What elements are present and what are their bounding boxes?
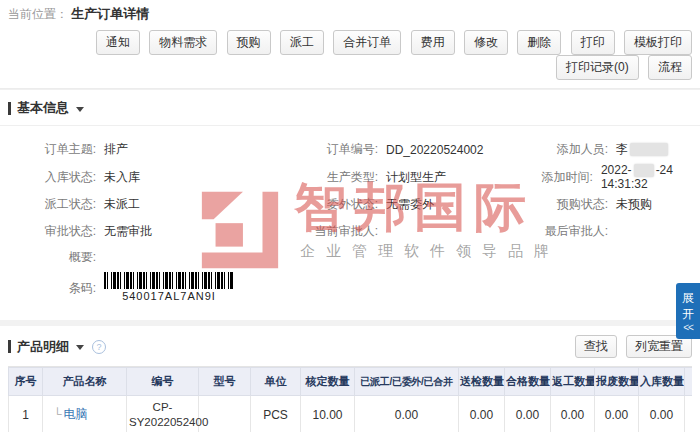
field-label: 派工状态: <box>24 196 96 213</box>
collapse-arrow-icon[interactable] <box>76 345 84 350</box>
collapse-arrow-icon[interactable] <box>76 107 84 112</box>
col-approved-qty: 核定数量 <box>301 368 355 396</box>
cell-filler <box>685 396 693 432</box>
material-demand-button[interactable]: 物料需求 <box>149 30 217 55</box>
field-label: 生产类型: <box>286 169 378 186</box>
expand-panel-tab[interactable]: 展开 << <box>676 283 700 339</box>
basic-info-title: 基本信息 <box>17 99 69 117</box>
page-title: 生产订单详情 <box>71 6 149 21</box>
col-product-name: 产品名称 <box>43 368 127 396</box>
notify-button[interactable]: 通知 <box>96 30 140 55</box>
field-label: 订单编号: <box>286 141 378 158</box>
production-type-value: 计划型生产 <box>386 169 446 186</box>
redacted-text <box>634 164 654 177</box>
col-inspect-qty: 送检数量 <box>459 368 505 396</box>
cell-scrap-qty: 0.00 <box>595 396 639 432</box>
cell-dispatched: 0.00 <box>355 396 459 432</box>
prepurchase-status-value: 未预购 <box>616 196 652 213</box>
redacted-text <box>630 143 668 156</box>
cell-instock-qty: 0.00 <box>639 396 685 432</box>
cell-inspect-qty: 0.00 <box>459 396 505 432</box>
cell-seq: 1 <box>9 396 43 432</box>
field-label: 订单主题: <box>24 141 96 158</box>
breadcrumb-prefix: 当前位置： <box>8 7 68 21</box>
col-qualified-qty: 合格数量 <box>505 368 551 396</box>
col-instock-qty: 入库数量 <box>639 368 685 396</box>
col-number: 编号 <box>127 368 199 396</box>
col-unit: 单位 <box>251 368 301 396</box>
col-filler <box>685 368 693 396</box>
action-toolbar: 通知 物料需求 预购 派工 合并订单 费用 修改 删除 打印 模板打印 打印记录… <box>0 26 700 89</box>
field-label: 添加时间: <box>528 169 593 186</box>
col-dispatched: 已派工/已委外/已合并 <box>355 368 459 396</box>
cell-product-name: └电脑 <box>43 396 127 432</box>
tree-branch-icon: └ <box>53 407 62 421</box>
field-label: 条码: <box>24 280 96 297</box>
breadcrumb: 当前位置： 生产订单详情 <box>0 0 700 26</box>
approval-status-value: 无需审批 <box>104 223 152 240</box>
cell-qualified-qty: 0.00 <box>505 396 551 432</box>
field-label: 预购状态: <box>528 196 608 213</box>
outsource-status-value: 无需委外 <box>386 196 434 213</box>
product-detail-panel: 产品明细 ? 查找 列宽重置 序号 产品名称 编号 型号 单位 核定数量 已派工… <box>0 326 700 432</box>
cell-number: CP- SY2022052400 <box>127 396 199 432</box>
product-detail-title: 产品明细 <box>17 338 69 356</box>
help-icon[interactable]: ? <box>92 340 106 354</box>
product-detail-header: 产品明细 ? 查找 列宽重置 <box>0 326 700 366</box>
print-record-button[interactable]: 打印记录(0) <box>556 55 639 80</box>
product-link[interactable]: 电脑 <box>64 407 88 421</box>
barcode: 540017AL7AN9I <box>104 272 234 302</box>
cell-rework-qty: 0.00 <box>551 396 595 432</box>
col-rework-qty: 返工数量 <box>551 368 595 396</box>
basic-info-header: 基本信息 <box>0 90 700 125</box>
expense-button[interactable]: 费用 <box>411 30 455 55</box>
dispatch-button[interactable]: 派工 <box>280 30 324 55</box>
print-button[interactable]: 打印 <box>571 30 615 55</box>
product-table: 序号 产品名称 编号 型号 单位 核定数量 已派工/已委外/已合并 送检数量 合… <box>8 367 692 432</box>
template-print-button[interactable]: 模板打印 <box>624 30 692 55</box>
field-label: 当前审批人: <box>286 223 378 240</box>
merge-order-button[interactable]: 合并订单 <box>333 30 401 55</box>
field-label: 入库状态: <box>24 169 96 186</box>
field-label: 添加人员: <box>528 141 608 158</box>
order-subject-value: 排产 <box>104 141 128 158</box>
table-header-row: 序号 产品名称 编号 型号 单位 核定数量 已派工/已委外/已合并 送检数量 合… <box>9 368 693 396</box>
find-button[interactable]: 查找 <box>575 335 617 358</box>
field-label: 最后审批人: <box>528 223 608 240</box>
basic-info-fields: 订单主题:排产 订单编号:DD_20220524002 添加人员:李 入库状态:… <box>0 125 700 320</box>
product-table-container: 序号 产品名称 编号 型号 单位 核定数量 已派工/已委外/已合并 送检数量 合… <box>8 366 692 432</box>
stockin-status-value: 未入库 <box>104 169 140 186</box>
pre-purchase-button[interactable]: 预购 <box>227 30 271 55</box>
section-bar <box>8 340 11 353</box>
modify-button[interactable]: 修改 <box>464 30 508 55</box>
added-by-value: 李 <box>616 141 670 158</box>
field-label: 概要: <box>24 249 96 266</box>
cell-approved-qty: 10.00 <box>301 396 355 432</box>
field-label: 审批状态: <box>24 223 96 240</box>
workflow-button[interactable]: 流程 <box>648 55 692 80</box>
col-seq: 序号 <box>9 368 43 396</box>
order-number-value: DD_20220524002 <box>386 143 483 157</box>
expand-label: 展开 <box>681 290 695 322</box>
barcode-number: 540017AL7AN9I <box>104 290 234 302</box>
basic-info-panel: 基本信息 订单主题:排产 订单编号:DD_20220524002 添加人员:李 … <box>0 89 700 320</box>
table-row: 1 └电脑 CP- SY2022052400 PCS 10.00 0.00 0.… <box>9 396 693 432</box>
field-label: 委外状态: <box>286 196 378 213</box>
barcode-image <box>104 272 234 289</box>
col-scrap-qty: 报废数量 <box>595 368 639 396</box>
section-bar <box>8 102 11 115</box>
dispatch-status-value: 未派工 <box>104 196 140 213</box>
added-time-value: 2022--24 14:31:32 <box>601 163 700 191</box>
delete-button[interactable]: 删除 <box>517 30 561 55</box>
cell-unit: PCS <box>251 396 301 432</box>
double-chevron-left-icon: << <box>676 322 700 333</box>
col-model: 型号 <box>199 368 251 396</box>
